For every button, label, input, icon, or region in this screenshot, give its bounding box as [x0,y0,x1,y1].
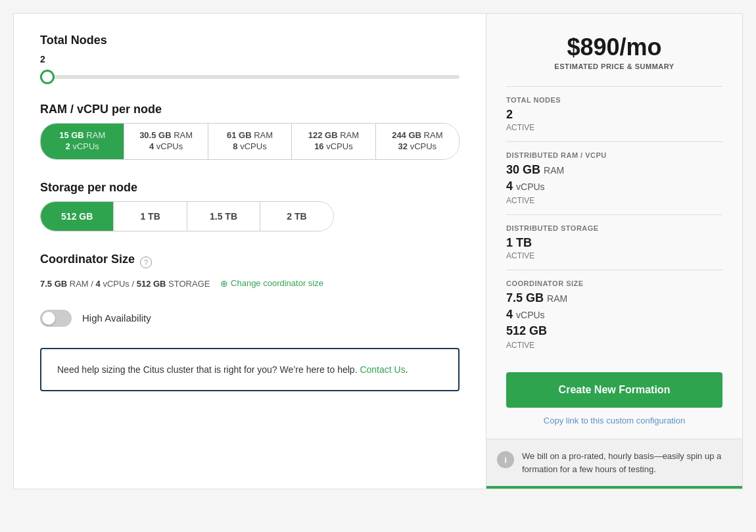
summary-storage-value: 1 TB [506,236,722,250]
storage-pill-0[interactable]: 512 GB [41,202,114,231]
green-bar [486,486,742,489]
nodes-slider[interactable] [40,75,460,79]
summary-ram-vcpu: DISTRIBUTED RAM / vCPU 30 GB RAM 4 vCPUs… [506,141,722,214]
ha-row: High Availability [40,310,460,327]
right-panel: $890/mo ESTIMATED PRICE & SUMMARY TOTAL … [486,14,742,489]
coordinator-title-row: Coordinator Size ? [40,253,460,273]
summary-nodes-value: 2 [506,108,722,122]
price-header: $890/mo ESTIMATED PRICE & SUMMARY [506,34,722,70]
storage-section: Storage per node 512 GB 1 TB 1.5 TB 2 TB [40,181,460,231]
billing-text: We bill on a pro-rated, hourly basis—eas… [522,450,732,475]
ha-toggle[interactable] [40,310,72,327]
help-box-text: Need help sizing the Citus cluster that … [57,364,358,375]
summary-vcpu-value: 4 vCPUs [506,180,722,193]
ram-vcpu-pill-3[interactable]: 122 GB RAM 16 vCPUs [292,124,375,159]
total-nodes-title: Total Nodes [40,34,460,47]
storage-pill-2[interactable]: 1.5 TB [187,202,260,231]
coordinator-info: 7.5 GB RAM / 4 vCPUs / 512 GB STORAGE Ch… [40,278,460,289]
main-container: Total Nodes 2 RAM / vCPU per node 15 GB … [13,13,743,489]
summary-coordinator-vcpu: 4 vCPUs [506,308,722,322]
coordinator-help-icon[interactable]: ? [140,256,152,268]
coordinator-title: Coordinator Size [40,253,135,266]
ram-vcpu-pill-4[interactable]: 244 GB RAM 32 vCPUs [376,124,459,159]
ha-section: High Availability [40,310,460,327]
summary-storage-status: ACTIVE [506,251,722,260]
storage-pill-3[interactable]: 2 TB [260,202,333,231]
summary-coordinator-storage: 512 GB [506,324,722,338]
summary-coordinator-label: COORDINATOR SIZE [506,279,722,287]
summary-ram-status: ACTIVE [506,196,722,205]
price-subtitle: ESTIMATED PRICE & SUMMARY [506,62,722,70]
left-panel: Total Nodes 2 RAM / vCPU per node 15 GB … [14,14,486,489]
toggle-knob [42,312,55,325]
create-formation-button[interactable]: Create New Formation [506,372,722,408]
summary-coordinator-status: ACTIVE [506,341,722,350]
billing-note: i We bill on a pro-rated, hourly basis—e… [486,439,742,486]
coordinator-section: Coordinator Size ? 7.5 GB RAM / 4 vCPUs … [40,253,460,289]
help-box: Need help sizing the Citus cluster that … [40,348,460,391]
storage-pill-group: 512 GB 1 TB 1.5 TB 2 TB [40,201,334,231]
summary-storage-label: DISTRIBUTED STORAGE [506,224,722,232]
ram-vcpu-pill-group: 15 GB RAM 2 vCPUs 30.5 GB RAM 4 vCPUs 61… [40,123,460,160]
ram-vcpu-section: RAM / vCPU per node 15 GB RAM 2 vCPUs 30… [40,103,460,160]
contact-us-link[interactable]: Contact Us [360,364,405,375]
summary-coordinator-ram: 7.5 GB RAM [506,291,722,305]
copy-link[interactable]: Copy link to this custom configuration [506,416,722,425]
ram-vcpu-pill-2[interactable]: 61 GB RAM 8 vCPUs [208,124,292,159]
storage-title: Storage per node [40,181,460,195]
node-count-value: 2 [40,54,460,64]
billing-info-icon: i [497,451,514,468]
ram-vcpu-pill-1[interactable]: 30.5 GB RAM 4 vCPUs [124,124,208,159]
price-amount: $890/mo [506,34,722,61]
summary-ram-value: 30 GB RAM [506,163,722,177]
summary-ram-label: DISTRIBUTED RAM / vCPU [506,151,722,159]
summary-total-nodes: TOTAL NODES 2 ACTIVE [506,86,722,141]
summary-nodes-label: TOTAL NODES [506,96,722,104]
storage-pill-1[interactable]: 1 TB [114,202,187,231]
summary-coordinator: COORDINATOR SIZE 7.5 GB RAM 4 vCPUs 512 … [506,270,722,359]
change-coordinator-link[interactable]: Change coordinator size [220,278,323,289]
ram-vcpu-title: RAM / vCPU per node [40,103,460,116]
total-nodes-section: Total Nodes 2 [40,34,460,82]
summary-nodes-status: ACTIVE [506,123,722,132]
summary-storage: DISTRIBUTED STORAGE 1 TB ACTIVE [506,214,722,270]
ram-vcpu-pill-0[interactable]: 15 GB RAM 2 vCPUs [41,124,124,159]
ha-label: High Availability [82,312,151,324]
